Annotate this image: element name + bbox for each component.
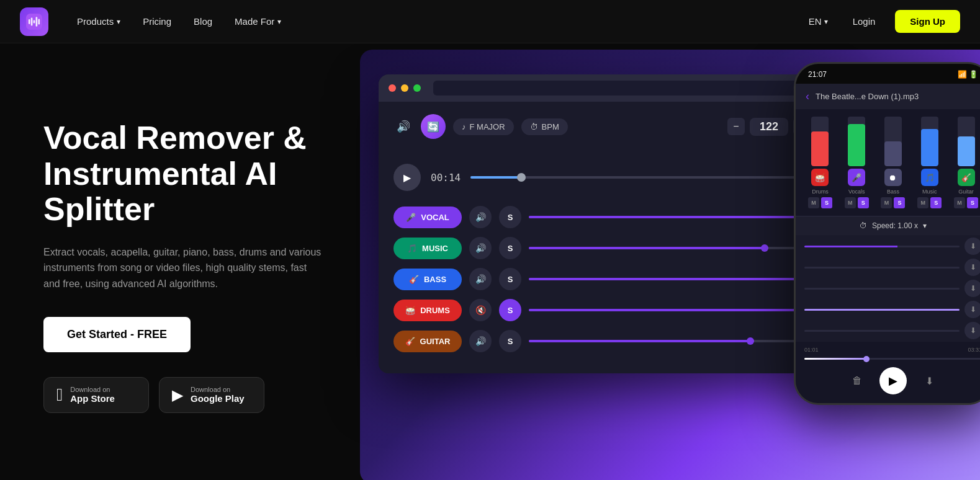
music-solo-button[interactable]: S	[499, 237, 521, 259]
maximize-dot	[413, 84, 421, 92]
drums-mixer-col: 🥁 Drums M S	[803, 117, 837, 208]
nav-made-for[interactable]: Made For ▾	[226, 11, 290, 32]
bass-m-button[interactable]: M	[881, 197, 892, 208]
chevron-down-icon: ▾	[923, 221, 927, 230]
music-s-button[interactable]: S	[930, 197, 942, 208]
progress-track[interactable]	[470, 176, 811, 179]
play-button[interactable]: ▶	[393, 164, 421, 191]
vocal-mute-button[interactable]: 🔊	[469, 206, 492, 228]
music-slider-fill	[529, 247, 768, 249]
guitar-m-button[interactable]: M	[954, 197, 965, 208]
bass-solo-button[interactable]: S	[499, 268, 521, 290]
drums-solo-button[interactable]: S	[499, 299, 521, 321]
trash-button[interactable]: 🗑	[847, 371, 867, 391]
dl-button-3[interactable]: ⬇	[964, 280, 980, 297]
login-button[interactable]: Login	[843, 11, 886, 32]
bass-mute-button[interactable]: 🔊	[469, 268, 492, 290]
guitar-s-button[interactable]: S	[967, 197, 978, 208]
bass-slider-fill	[529, 278, 811, 280]
logo[interactable]	[20, 7, 48, 36]
ai-button[interactable]: 🔄	[421, 114, 446, 139]
nav-blog[interactable]: Blog	[185, 11, 221, 32]
vocal-icon: 🎤	[406, 213, 416, 222]
download-button[interactable]: ⬇	[919, 371, 939, 391]
mobile-times: 01:01 03:31	[804, 347, 980, 353]
music-m-button[interactable]: M	[917, 197, 928, 208]
vocal-solo-button[interactable]: S	[499, 206, 521, 228]
hero-description: Extract vocals, acapella, guitar, piano,…	[43, 244, 323, 292]
bass-icon: 🎸	[409, 275, 419, 284]
guitar-solo-button[interactable]: S	[499, 330, 521, 352]
bass-slider[interactable]	[529, 278, 811, 280]
nav-pricing[interactable]: Pricing	[134, 11, 180, 32]
navbar: Products ▾ Pricing Blog Made For ▾ EN ▾ …	[0, 0, 980, 43]
drums-ms-buttons: M S	[808, 197, 832, 208]
nav-links: Products ▾ Pricing Blog Made For ▾	[68, 11, 804, 32]
music-ms-buttons: M S	[917, 197, 942, 208]
transport-bar: 🔊 🔄 ♪ F MAJOR ⏱ BPM − 122 +	[393, 114, 811, 149]
playback-row: ▶ 00:14	[393, 164, 811, 191]
dl-button-1[interactable]: ⬇	[964, 238, 980, 255]
vocal-slider[interactable]	[529, 216, 811, 218]
drums-icon: 🥁	[405, 306, 415, 315]
drums-track: 🥁 DRUMS 🔇 S	[393, 299, 811, 321]
guitar-bar-container	[958, 117, 975, 166]
bass-s-button[interactable]: S	[894, 197, 905, 208]
hero-title: Vocal Remover & Instrumental AI Splitter	[43, 120, 323, 227]
google-play-button[interactable]: ▶ Download on Google Play	[159, 377, 264, 413]
bpm-decrease-button[interactable]: −	[727, 118, 745, 135]
browser-titlebar	[379, 74, 825, 102]
signup-button[interactable]: Sign Up	[895, 10, 960, 33]
vocals-mixer-col: 🎤 Vocals M S	[840, 117, 874, 208]
bpm-display: ⏱ BPM	[521, 118, 568, 135]
dl-line-1	[804, 246, 960, 247]
vocals-s-button[interactable]: S	[858, 197, 869, 208]
vocals-m-button[interactable]: M	[845, 197, 856, 208]
nav-products[interactable]: Products ▾	[68, 11, 129, 32]
guitar-slider-fill	[529, 340, 754, 342]
guitar-slider[interactable]	[529, 340, 811, 342]
mobile-play-button[interactable]: ▶	[879, 367, 907, 394]
minimize-dot	[401, 84, 408, 92]
vocal-label: 🎤 VOCAL	[393, 207, 462, 228]
app-store-button[interactable]:  Download on App Store	[43, 377, 149, 413]
guitar-mixer-icon: 🎸	[958, 169, 975, 186]
language-selector[interactable]: EN ▾	[804, 11, 833, 32]
dl-button-2[interactable]: ⬇	[964, 259, 980, 276]
drums-bar	[811, 131, 829, 166]
music-mute-button[interactable]: 🔊	[469, 237, 492, 259]
music-bar-container	[921, 117, 938, 166]
dl-button-4[interactable]: ⬇	[964, 301, 980, 318]
drums-mute-button[interactable]: 🔇	[469, 299, 492, 321]
back-button[interactable]: ‹	[806, 90, 809, 103]
desktop-app-mockup: 🔊 🔄 ♪ F MAJOR ⏱ BPM − 122 +	[379, 74, 825, 373]
drums-m-button[interactable]: M	[808, 197, 819, 208]
drums-slider[interactable]	[529, 309, 811, 311]
dl-item-5: ⬇	[804, 322, 980, 339]
music-slider[interactable]	[529, 247, 811, 249]
apple-icon: 	[56, 385, 63, 405]
guitar-icon: 🎸	[405, 337, 415, 346]
volume-icon: 🔊	[393, 117, 413, 136]
guitar-mute-button[interactable]: 🔊	[469, 330, 492, 352]
speed-bar: ⏱ Speed: 1.00 x ▾	[796, 216, 980, 235]
cta-button[interactable]: Get Started - FREE	[43, 317, 191, 352]
app-content: 🔊 🔄 ♪ F MAJOR ⏱ BPM − 122 +	[379, 102, 825, 373]
dl-button-5[interactable]: ⬇	[964, 322, 980, 339]
music-mixer-col: 🎵 Music M S	[912, 117, 946, 208]
mobile-progress-thumb	[863, 356, 870, 362]
hero-section: Vocal Remover & Instrumental AI Splitter…	[0, 43, 980, 480]
bass-bar-container	[884, 117, 902, 166]
music-slider-thumb	[761, 244, 768, 252]
app-store-text: Download on App Store	[70, 386, 115, 404]
mobile-progress-track[interactable]	[804, 358, 980, 360]
drums-s-button[interactable]: S	[821, 197, 832, 208]
guitar-ms-buttons: M S	[954, 197, 978, 208]
svg-rect-5	[38, 19, 40, 24]
bpm-value: 122	[750, 118, 788, 136]
progress-fill	[470, 176, 521, 179]
guitar-slider-thumb	[747, 337, 754, 345]
mobile-header: ‹ The Beatle...e Down (1).mp3	[796, 84, 980, 109]
bass-mixer-icon: ⏺	[884, 169, 902, 186]
guitar-label: 🎸 GUITAR	[393, 331, 462, 352]
